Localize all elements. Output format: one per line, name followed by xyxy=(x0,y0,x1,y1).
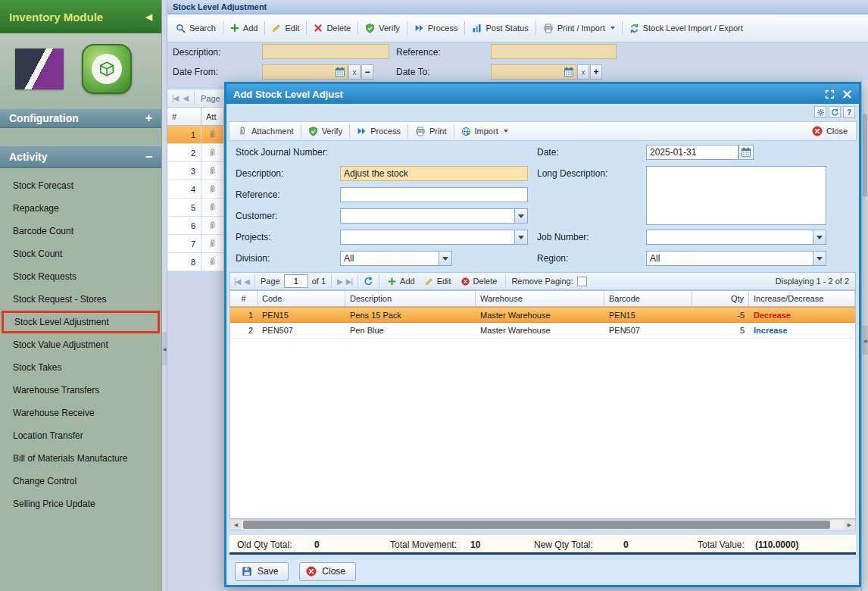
reference-filter-input[interactable] xyxy=(491,44,617,59)
horizontal-scrollbar[interactable]: ◀ ▶ xyxy=(229,519,856,530)
section-configuration[interactable]: Configuration + xyxy=(0,108,161,128)
verify-button[interactable]: Verify xyxy=(303,122,348,141)
att-grid-row[interactable]: 7 xyxy=(167,235,224,253)
sidebar-item-repackage[interactable]: Repackage xyxy=(0,197,161,220)
date-to-field[interactable] xyxy=(491,64,576,80)
date-to-plus-button[interactable]: + xyxy=(590,64,602,80)
grid-edit-button[interactable]: Edit xyxy=(422,274,454,289)
region-combo[interactable]: All xyxy=(646,251,826,266)
dialog-close-button[interactable] xyxy=(842,89,852,99)
date-to-clear-button[interactable]: x xyxy=(577,64,589,80)
reference-input[interactable] xyxy=(340,187,528,202)
toolbar-delete-button[interactable]: Delete xyxy=(308,19,356,38)
process-button[interactable]: Process xyxy=(351,122,406,141)
scroll-left-button[interactable]: ◀ xyxy=(230,520,242,530)
att-grid-row[interactable]: 5 xyxy=(167,199,224,217)
date-from-minus-button[interactable]: − xyxy=(361,64,373,80)
toolbar-post-status-button[interactable]: Post Status xyxy=(467,19,533,38)
customer-combo[interactable] xyxy=(340,208,528,224)
date-input[interactable] xyxy=(646,145,738,160)
toolbar-close-button[interactable]: Close xyxy=(807,122,853,141)
refresh-grid-button[interactable] xyxy=(364,277,373,286)
sidebar-item-stock-request-stores[interactable]: Stock Request - Stores xyxy=(0,288,161,311)
vertical-scrollbar[interactable]: ◀ xyxy=(861,80,868,591)
refresh-button[interactable] xyxy=(829,106,841,118)
sidebar-item-stock-level-adjustment[interactable]: Stock Level Adjustment xyxy=(2,311,160,333)
pager-first-button[interactable]: |◀ xyxy=(234,277,240,286)
column-header-qty[interactable]: Qty xyxy=(692,291,749,306)
attachment-button[interactable]: Attachment xyxy=(233,122,299,141)
toolbar-edit-button[interactable]: Edit xyxy=(267,19,304,38)
scrollbar-thumb[interactable] xyxy=(243,521,830,529)
att-grid-row[interactable]: 4 xyxy=(167,180,224,199)
close-button[interactable]: Close xyxy=(299,562,356,581)
grid-delete-button[interactable]: Delete xyxy=(458,274,501,289)
sidebar-collapse-icon[interactable]: ◀ xyxy=(146,12,152,22)
sidebar-splitter[interactable]: ◀ xyxy=(161,0,167,591)
description-filter-input[interactable] xyxy=(262,44,389,59)
dropdown-button[interactable] xyxy=(439,251,452,266)
date-from-clear-button[interactable]: x xyxy=(348,64,361,80)
sidebar-item-selling-price-update[interactable]: Selling Price Update xyxy=(0,492,161,515)
att-grid-row-selected[interactable]: 1 xyxy=(167,126,224,144)
column-header-code[interactable]: Code xyxy=(258,291,345,306)
pager-prev-button[interactable]: ◀ xyxy=(244,277,249,286)
column-header-warehouse[interactable]: Warehouse xyxy=(476,291,604,306)
toolbar-process-button[interactable]: Process xyxy=(409,19,464,38)
pager-next-button[interactable]: ▶ xyxy=(337,277,342,286)
help-button[interactable]: ? xyxy=(843,106,855,118)
save-button[interactable]: Save xyxy=(235,562,289,581)
section-activity[interactable]: Activity − xyxy=(0,145,161,168)
panel-collapse-tab[interactable]: ◀ xyxy=(862,326,868,355)
sidebar-item-barcode-count[interactable]: Barcode Count xyxy=(0,220,161,242)
long-description-textarea[interactable] xyxy=(646,166,826,225)
maximize-button[interactable] xyxy=(825,89,835,99)
column-header-description[interactable]: Description xyxy=(345,291,476,306)
date-from-field[interactable] xyxy=(262,64,348,80)
att-grid-row[interactable]: 3 xyxy=(167,162,224,180)
sidebar-item-warehouse-transfers[interactable]: Warehouse Transfers xyxy=(0,379,161,402)
pager-first-button[interactable]: |◀ xyxy=(172,94,178,102)
scroll-right-button[interactable]: ▶ xyxy=(844,520,855,530)
dropdown-button[interactable] xyxy=(813,251,826,266)
toolbar-verify-button[interactable]: Verify xyxy=(360,19,405,38)
page-input[interactable] xyxy=(284,274,308,288)
print-button[interactable]: Print xyxy=(410,122,452,141)
column-header-increase-decrease[interactable]: Increase/Decrease xyxy=(749,291,855,306)
sidebar-item-stock-requests[interactable]: Stock Requests xyxy=(0,265,161,288)
remove-paging-checkbox[interactable] xyxy=(577,277,587,286)
sidebar-item-bill-of-materials-manufacture[interactable]: Bill of Materials Manufacture xyxy=(0,447,161,470)
sidebar-item-change-control[interactable]: Change Control xyxy=(0,470,161,492)
sidebar-item-stock-count[interactable]: Stock Count xyxy=(0,242,161,265)
date-picker-button[interactable] xyxy=(738,145,754,160)
pager-prev-button[interactable]: ◀ xyxy=(183,94,188,102)
scrollbar-thumb[interactable] xyxy=(863,114,867,197)
pager-last-button[interactable]: ▶| xyxy=(346,277,352,286)
sidebar-item-stock-value-adjustment[interactable]: Stock Value Adjustment xyxy=(0,333,161,356)
sidebar-item-stock-takes[interactable]: Stock Takes xyxy=(0,356,161,379)
description-input[interactable] xyxy=(340,166,528,181)
toolbar-add-button[interactable]: Add xyxy=(225,19,264,38)
splitter-collapse-tab[interactable]: ◀ xyxy=(162,332,167,365)
sidebar-item-warehouse-receive[interactable]: Warehouse Receive xyxy=(0,402,161,424)
toolbar-stock-level-import-export-button[interactable]: Stock Level Import / Export xyxy=(624,19,748,38)
grid-row-selected[interactable]: 1 PEN15 Pens 15 Pack Master Warehouse PE… xyxy=(230,307,855,323)
grid-add-button[interactable]: Add xyxy=(385,274,418,289)
column-header-barcode[interactable]: Barcode xyxy=(604,291,692,306)
att-grid-row[interactable]: 8 xyxy=(167,253,224,271)
sidebar-item-stock-forecast[interactable]: Stock Forecast xyxy=(0,174,161,197)
toolbar-search-button[interactable]: Search xyxy=(170,19,221,38)
job-number-combo[interactable] xyxy=(646,230,826,245)
toolbar-print-import-button[interactable]: Print / Import xyxy=(538,19,620,38)
settings-button[interactable] xyxy=(814,106,826,118)
sidebar-item-location-transfer[interactable]: Location Transfer xyxy=(0,424,161,447)
dropdown-button[interactable] xyxy=(514,208,528,224)
import-button[interactable]: Import xyxy=(456,122,514,141)
projects-combo[interactable] xyxy=(340,230,528,245)
dropdown-button[interactable] xyxy=(514,230,528,245)
att-grid-row[interactable]: 6 xyxy=(167,217,224,235)
grid-row[interactable]: 2 PEN507 Pen Blue Master Warehouse PEN50… xyxy=(230,323,855,339)
att-grid-row[interactable]: 2 xyxy=(167,144,224,162)
column-header-number[interactable]: # xyxy=(230,291,258,306)
dropdown-button[interactable] xyxy=(813,230,826,245)
